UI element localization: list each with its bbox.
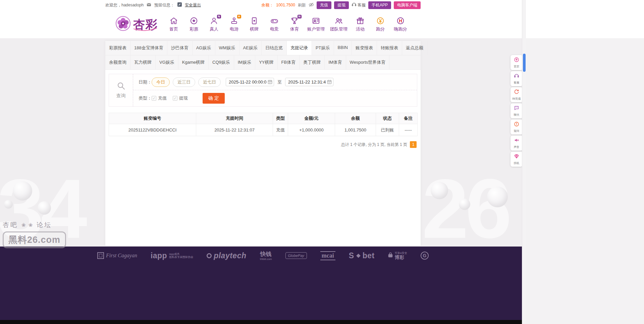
tab-lottery-report[interactable]: 彩票报表 bbox=[105, 41, 130, 55]
tool-im-recharge[interactable]: IM充值 bbox=[511, 87, 523, 102]
tab-ae[interactable]: AE娱乐 bbox=[239, 41, 262, 55]
tab-pt[interactable]: PT娱乐 bbox=[312, 41, 334, 55]
col-header-balance: 余额 bbox=[335, 113, 376, 124]
playtech-circle-icon bbox=[207, 253, 212, 258]
tab-daily-summary[interactable]: 日结总览 bbox=[262, 41, 287, 55]
tab-ag[interactable]: AG娱乐 bbox=[193, 41, 215, 55]
nav-item-esports[interactable]: 电竞 bbox=[267, 16, 282, 32]
col-header-remark: 备注 bbox=[399, 113, 418, 124]
query-side-label: 查询 bbox=[109, 74, 133, 106]
customer-service-link[interactable]: 客服 bbox=[352, 2, 366, 8]
refresh-circle-icon bbox=[514, 89, 519, 96]
scrollbar-thumb[interactable] bbox=[523, 54, 526, 72]
vertical-scrollbar[interactable] bbox=[522, 0, 526, 324]
iapp-logo: iapp iapp成员 隐私权专家国际协会 bbox=[151, 251, 193, 260]
logout-link[interactable]: 安全退出 bbox=[185, 2, 201, 8]
tab-saba-sports[interactable]: 沙巴体育 bbox=[167, 41, 193, 55]
date-to-input[interactable] bbox=[285, 78, 333, 86]
home-icon bbox=[169, 16, 178, 25]
quick-filter-today[interactable]: 今日 bbox=[152, 77, 170, 87]
page-1-button[interactable]: 1 bbox=[410, 141, 417, 148]
joystick-icon: H bbox=[230, 16, 238, 25]
tab-vg[interactable]: VG娱乐 bbox=[156, 55, 178, 69]
nav-item-egame[interactable]: H 电游 bbox=[227, 16, 241, 32]
tab-rebate-total[interactable]: 返点总额 bbox=[402, 41, 427, 55]
tool-home[interactable]: 首页 bbox=[511, 55, 523, 70]
nav-item-hi-paofen[interactable]: 嗨跑分 bbox=[393, 16, 408, 32]
pc-client-button[interactable]: 电脑客户端 bbox=[394, 1, 421, 9]
quick-filter-3days[interactable]: 近三日 bbox=[173, 77, 195, 87]
flower-ornament-icon: ❀ ❀ bbox=[21, 222, 33, 228]
tab-account-change-report[interactable]: 账变报表 bbox=[352, 41, 377, 55]
tab-fb-sports[interactable]: FB体育 bbox=[278, 55, 300, 69]
tab-wm[interactable]: WM娱乐 bbox=[215, 41, 239, 55]
nav-item-paofen[interactable]: 跑分 bbox=[373, 16, 388, 32]
nav-item-chess[interactable]: 棋牌 bbox=[247, 16, 262, 32]
sbet-logo: S bet bbox=[349, 251, 375, 260]
confirm-button[interactable]: 确 定 bbox=[203, 93, 225, 104]
nav-label: 活动 bbox=[356, 26, 365, 32]
nav-label: 嗨跑分 bbox=[394, 26, 407, 32]
nav-item-team[interactable]: 团队管理 bbox=[330, 16, 347, 32]
safe-betting-logo: 可靠&安全 博彩 bbox=[388, 252, 407, 260]
calendar-icon[interactable] bbox=[327, 79, 332, 85]
date-from-input[interactable] bbox=[226, 78, 274, 86]
tab-im-entertainment[interactable]: IM娱乐 bbox=[234, 55, 255, 69]
tool-service[interactable]: 客服 bbox=[511, 71, 523, 86]
tool-chat[interactable]: 聊天 bbox=[511, 103, 523, 118]
tool-sound[interactable]: 声音 bbox=[511, 136, 523, 151]
tab-aoding-chess[interactable]: 奥丁棋牌 bbox=[300, 55, 325, 69]
date-label: 日期： bbox=[139, 79, 152, 85]
nav-item-sports[interactable]: N 体育 bbox=[287, 16, 302, 32]
withdraw-button[interactable]: 提现 bbox=[334, 1, 349, 9]
col-header-status: 状态 bbox=[376, 113, 399, 124]
nav-item-home[interactable]: 首页 bbox=[166, 16, 181, 32]
gamcare-logo: G bbox=[421, 252, 429, 260]
tab-kgame[interactable]: Kgame棋牌 bbox=[178, 55, 209, 69]
nav-item-live[interactable]: N 真人 bbox=[207, 16, 221, 32]
gamepad-icon bbox=[270, 16, 279, 25]
mail-icon[interactable] bbox=[147, 2, 151, 8]
tab-188-sports[interactable]: 188金宝博体育 bbox=[130, 41, 167, 55]
eye-off-icon[interactable] bbox=[309, 2, 314, 8]
tab-deposit-withdraw-records[interactable]: 充提记录 bbox=[287, 41, 312, 55]
tab-transfer-report[interactable]: 转账报表 bbox=[377, 41, 402, 55]
nav-item-lottery[interactable]: 彩票 bbox=[186, 16, 201, 32]
deposit-button[interactable]: 充值 bbox=[317, 1, 331, 9]
tab-bbin[interactable]: BBIN bbox=[334, 41, 352, 55]
refresh-link[interactable]: 刷新 bbox=[298, 2, 306, 8]
tab-yy-chess[interactable]: YY棋牌 bbox=[255, 55, 277, 69]
checkbox-deposit[interactable] bbox=[152, 96, 156, 101]
tool-hangup[interactable]: 挂机 bbox=[511, 152, 523, 167]
badge-n: N bbox=[298, 15, 302, 18]
pagination: 总计 1 个记录, 分为 1 页, 当前第 1 页 1 bbox=[109, 141, 417, 148]
site-logo[interactable]: 杏彩 bbox=[115, 16, 158, 33]
nav-item-account[interactable]: 账户管理 bbox=[307, 16, 325, 32]
mobile-app-button[interactable]: 手机APP bbox=[368, 1, 391, 9]
first-cagayan-logo: First Cagayan bbox=[97, 252, 137, 259]
nav-item-activity[interactable]: 活动 bbox=[353, 16, 368, 32]
tab-cq9[interactable]: CQ9娱乐 bbox=[209, 55, 234, 69]
calendar-icon[interactable] bbox=[268, 79, 272, 85]
tab-wali-chess[interactable]: 瓦力棋牌 bbox=[130, 55, 156, 69]
nav-label: 团队管理 bbox=[330, 26, 347, 32]
edit-icon[interactable] bbox=[177, 2, 182, 8]
type-label: 类型： bbox=[139, 95, 152, 101]
tab-wesports[interactable]: Wesports世界体育 bbox=[346, 55, 390, 69]
checkbox-withdraw[interactable] bbox=[173, 96, 177, 101]
date-from-wrapper bbox=[226, 78, 274, 86]
gift-icon bbox=[356, 16, 365, 25]
watermark-domain: 黑料26.com bbox=[3, 231, 66, 248]
tab-im-sports[interactable]: IM体育 bbox=[325, 55, 346, 69]
tab-balance-query[interactable]: 余额查询 bbox=[105, 55, 130, 69]
nav-label: 跑分 bbox=[376, 26, 385, 32]
tool-question[interactable]: 疑问 bbox=[511, 119, 523, 134]
nav-label: 电竞 bbox=[270, 26, 279, 32]
table-row: 20251122VBDDGEHCCI 2025-11-22 12:31:07 充… bbox=[109, 124, 418, 136]
balance-label: 余额： bbox=[261, 2, 273, 8]
tool-label: 挂机 bbox=[514, 161, 520, 165]
badge-n: N bbox=[217, 15, 221, 18]
cell-record-time: 2025-11-22 12:31:07 bbox=[196, 124, 273, 136]
cell-record-status: 已到账 bbox=[376, 124, 399, 136]
quick-filter-7days[interactable]: 近七日 bbox=[198, 77, 221, 87]
